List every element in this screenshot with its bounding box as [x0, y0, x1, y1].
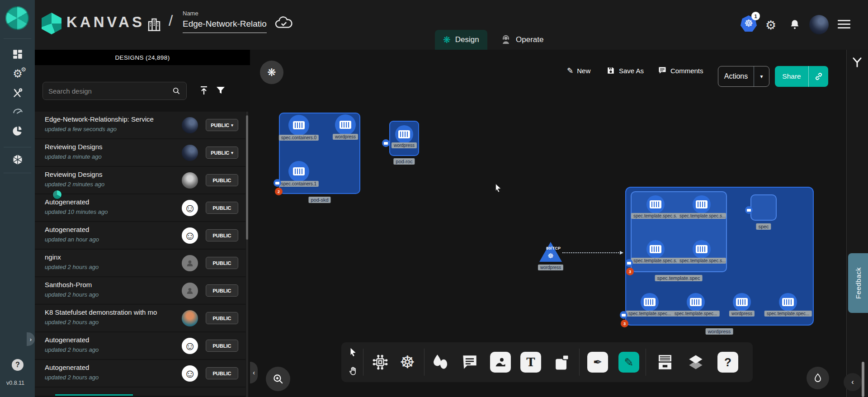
actions-dropdown-caret[interactable]: [754, 66, 769, 86]
designs-panel-title: DESIGNS (24,898): [35, 50, 250, 65]
design-list-item[interactable]: nginx updated 2 hours ago PUBLIC: [35, 250, 245, 276]
visibility-badge[interactable]: PUBLIC▾: [206, 147, 238, 159]
visibility-badge[interactable]: PUBLIC: [206, 202, 238, 214]
settings-gear-icon[interactable]: ⚙: [765, 18, 776, 33]
dock-scrollbar-thumb[interactable]: [862, 362, 864, 397]
visibility-badge[interactable]: PUBLIC: [206, 312, 238, 324]
container-icon: [293, 121, 305, 129]
kanvas-hexagon-logo[interactable]: [42, 13, 61, 34]
merge-flow-icon[interactable]: [851, 56, 863, 69]
breadcrumb-separator: /: [169, 12, 173, 29]
notifications-bell-icon[interactable]: [789, 18, 801, 31]
list-scrollbar-thumb[interactable]: [246, 115, 248, 240]
design-list-item[interactable]: Autogenerated updated 10 minutes ago PUB…: [35, 194, 245, 221]
node-container[interactable]: [646, 240, 665, 258]
nav-configuration[interactable]: [11, 86, 24, 100]
node-container[interactable]: [646, 195, 665, 213]
node-container[interactable]: [288, 161, 309, 182]
visibility-badge[interactable]: PUBLIC: [206, 229, 238, 241]
visibility-badge[interactable]: PUBLIC: [206, 174, 238, 186]
organization-icon[interactable]: [146, 15, 162, 33]
node-label: spec.template.spec.s...: [677, 213, 726, 219]
nav-kanvas[interactable]: [11, 153, 24, 166]
design-search[interactable]: [42, 82, 187, 100]
node-label: spec.template.spec...: [626, 311, 674, 317]
layers-tool[interactable]: [686, 352, 706, 372]
comment-icon: [460, 352, 480, 372]
media-tool[interactable]: [490, 352, 511, 373]
pan-tool[interactable]: [349, 366, 359, 376]
node-container[interactable]: [395, 125, 413, 143]
visibility-badge[interactable]: PUBLIC: [206, 284, 238, 297]
new-design-button[interactable]: ✎ New: [567, 66, 590, 76]
nav-performance[interactable]: [11, 104, 24, 118]
shapes-tool[interactable]: [430, 353, 449, 372]
node-container[interactable]: [288, 115, 309, 136]
visibility-badge[interactable]: PUBLIC: [206, 340, 238, 352]
copy-link-button[interactable]: [808, 66, 828, 87]
canvas-collapse-chevron[interactable]: ‹: [250, 362, 258, 383]
nav-lifecycle[interactable]: ⚙⚙: [11, 67, 24, 80]
filter-icon[interactable]: [215, 85, 226, 96]
meshery-logo[interactable]: [5, 6, 29, 30]
search-input[interactable]: [48, 87, 172, 95]
node-container[interactable]: [779, 293, 797, 311]
corner-collapse-chevron[interactable]: ‹: [844, 373, 862, 391]
design-list-item[interactable]: Reviewing Designs updated a minute ago P…: [35, 139, 245, 166]
node-container[interactable]: [733, 293, 751, 311]
design-list-item[interactable]: Reviewing Designs updated 2 minutes ago …: [35, 167, 245, 194]
context-count-badge: 1: [751, 12, 760, 20]
components-tool[interactable]: [371, 353, 389, 371]
freehand-draw-tool[interactable]: [618, 352, 639, 373]
actions-button[interactable]: Actions: [718, 66, 769, 87]
meshery-spinner-button[interactable]: ❋: [260, 61, 283, 84]
floppy-save-icon: [606, 66, 615, 75]
comment-tool[interactable]: [460, 352, 480, 372]
design-list-item[interactable]: Autogenerated updated an hour ago PUBLIC: [35, 222, 245, 249]
menu-hamburger-icon[interactable]: [838, 20, 850, 28]
user-avatar[interactable]: [809, 15, 829, 34]
design-list-item[interactable]: Autogenerated updated 2 hours ago PUBLIC: [35, 360, 245, 387]
design-canvas[interactable]: ❋ ✎ New Save As Comments Actions Share s…: [250, 50, 846, 397]
container-icon: [696, 245, 708, 253]
pen-tool[interactable]: [587, 352, 608, 373]
design-updated: updated 10 minutes ago: [45, 208, 108, 215]
visibility-badge[interactable]: PUBLIC▾: [206, 119, 238, 131]
kubernetes-tool[interactable]: ☸: [400, 352, 415, 372]
import-design-icon[interactable]: [198, 84, 209, 97]
drawer-tool[interactable]: [656, 353, 675, 372]
share-button[interactable]: Share: [775, 66, 828, 87]
design-list-item[interactable]: Santhosh-Prom updated 2 hours ago PUBLIC: [35, 277, 245, 304]
design-list-item[interactable]: Edge-Network-Relationship: Service updat…: [35, 112, 245, 138]
feedback-tab[interactable]: Feedback: [848, 253, 868, 313]
smiley-avatar: [182, 200, 198, 216]
design-name-input[interactable]: Edge-Network-Relatio: [183, 19, 267, 33]
node-spec[interactable]: [750, 194, 777, 221]
select-tool[interactable]: [349, 347, 359, 357]
comments-button[interactable]: Comments: [658, 66, 703, 75]
text-tool[interactable]: [520, 352, 541, 373]
save-as-button[interactable]: Save As: [606, 66, 644, 75]
node-container[interactable]: [693, 195, 711, 213]
node-label: spec.template.spec...: [672, 311, 720, 317]
node-container[interactable]: [335, 114, 356, 135]
nav-extensions[interactable]: [11, 124, 24, 138]
note-tool[interactable]: [552, 352, 571, 372]
canvas-style-button[interactable]: [807, 367, 829, 389]
help-button[interactable]: ?: [12, 359, 24, 371]
zoom-in-button[interactable]: [266, 367, 290, 391]
visibility-badge[interactable]: PUBLIC: [206, 257, 238, 269]
design-list-item[interactable]: K8 Statefulset demonstration with mo upd…: [35, 305, 245, 331]
service-edge: [562, 252, 622, 253]
design-list-item[interactable]: Autogenerated updated 2 hours ago PUBLIC: [35, 332, 245, 359]
nav-dashboard[interactable]: [11, 47, 24, 61]
node-container[interactable]: [641, 293, 659, 311]
tab-design[interactable]: ❋ Design: [435, 30, 487, 50]
node-container[interactable]: [687, 293, 705, 311]
design-updated: updated 2 hours ago: [45, 319, 99, 326]
node-service[interactable]: ☸: [539, 242, 562, 262]
tab-operate[interactable]: Operate: [492, 30, 552, 50]
help-tool[interactable]: [717, 352, 738, 373]
node-container[interactable]: [693, 240, 711, 258]
visibility-badge[interactable]: PUBLIC: [206, 367, 238, 379]
